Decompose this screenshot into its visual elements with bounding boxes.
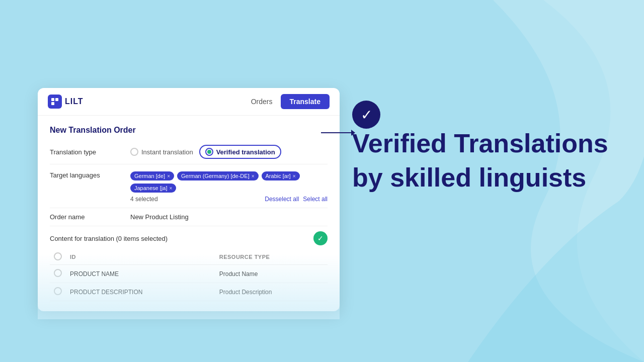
col-resource-header: RESOURCE TYPE — [215, 249, 328, 265]
right-panel: ✓ Verified Translations by skilled lingu… — [352, 101, 624, 193]
order-name-input[interactable] — [130, 213, 328, 221]
orders-link[interactable]: Orders — [251, 98, 273, 106]
logo-text: LILT — [65, 97, 84, 106]
translation-type-label: Translation type — [50, 148, 130, 156]
row2-resource-type: Product Description — [215, 283, 328, 301]
main-content: New Translation Order Translation type I… — [38, 116, 340, 311]
order-name-label: Order name — [50, 213, 130, 221]
logo-icon — [48, 95, 62, 109]
translation-order-panel: LILT Orders Translate New Translation Or… — [38, 88, 340, 311]
content-section: Content for translation (0 items selecte… — [50, 231, 328, 301]
svg-rect-1 — [55, 98, 58, 101]
lang-count: 4 selected — [130, 196, 158, 203]
svg-rect-2 — [51, 102, 54, 105]
remove-de-icon[interactable]: × — [167, 173, 170, 179]
svg-rect-0 — [51, 98, 54, 101]
translation-type-row: Translation type Instant translation Ver… — [50, 145, 328, 164]
deselect-all-link[interactable]: Desselect all — [265, 196, 299, 203]
instant-radio[interactable] — [130, 148, 138, 156]
row2-checkbox[interactable] — [54, 287, 62, 295]
heading-line1: Verified Translations — [352, 129, 608, 159]
remove-de-de-icon[interactable]: × — [252, 173, 255, 179]
order-name-row: Order name — [50, 213, 328, 226]
content-header: Content for translation (0 items selecte… — [50, 231, 328, 245]
target-languages-row: Target languages German [de] × German (G… — [50, 169, 328, 208]
content-title: Content for translation (0 items selecte… — [50, 235, 168, 242]
confirm-check-icon[interactable]: ✓ — [313, 231, 328, 245]
row2-checkbox-cell — [50, 283, 66, 301]
page-title: New Translation Order — [50, 126, 328, 135]
arrow-connector — [321, 130, 355, 136]
verified-translation-label: Verified translation — [216, 148, 275, 156]
verified-translation-option[interactable]: Verified translation — [199, 145, 281, 159]
instant-translation-label: Instant translation — [141, 148, 193, 156]
verified-check-icon: ✓ — [352, 101, 380, 129]
col-checkbox-header — [50, 249, 66, 265]
row2-id: PRODUCT DESCRIPTION — [66, 283, 215, 301]
row1-checkbox[interactable] — [54, 269, 62, 277]
content-table: ID RESOURCE TYPE PRODUCT NAME Product Na… — [50, 249, 328, 301]
row1-id: PRODUCT NAME — [66, 265, 215, 283]
table-row: PRODUCT DESCRIPTION Product Description — [50, 283, 328, 301]
table-body: PRODUCT NAME Product Name PRODUCT DESCRI… — [50, 265, 328, 301]
tag-ar[interactable]: Arabic [ar] × — [262, 171, 300, 180]
heading-container: ✓ Verified Translations — [352, 101, 624, 159]
verified-radio[interactable] — [205, 148, 213, 156]
tag-ja[interactable]: Japanese [ja] × — [130, 184, 176, 193]
lang-actions: Desselect all Select all — [265, 196, 328, 203]
table-header-row: ID RESOURCE TYPE — [50, 249, 328, 265]
app-header: LILT Orders Translate — [38, 88, 340, 116]
select-all-link[interactable]: Select all — [303, 196, 328, 203]
heading-line2: by skilled linguists — [352, 163, 624, 193]
translate-button[interactable]: Translate — [281, 94, 330, 109]
remove-ja-icon[interactable]: × — [169, 186, 172, 191]
lang-count-row: 4 selected Desselect all Select all — [130, 196, 328, 203]
header-checkbox[interactable] — [54, 252, 62, 260]
remove-ar-icon[interactable]: × — [293, 173, 296, 179]
tag-de[interactable]: German [de] × — [130, 171, 174, 180]
logo: LILT — [48, 95, 84, 109]
row1-checkbox-cell — [50, 265, 66, 283]
row1-resource-type: Product Name — [215, 265, 328, 283]
tag-de-de[interactable]: German (Germany) [de-DE] × — [177, 171, 259, 180]
header-nav: Orders Translate — [251, 94, 330, 109]
translation-type-options: Instant translation Verified translation — [130, 145, 281, 159]
table-row: PRODUCT NAME Product Name — [50, 265, 328, 283]
languages-container: German [de] × German (Germany) [de-DE] ×… — [130, 171, 328, 203]
language-tags: German [de] × German (Germany) [de-DE] ×… — [130, 171, 328, 193]
col-id-header: ID — [66, 249, 215, 265]
target-languages-label: Target languages — [50, 171, 130, 179]
arrow-line — [321, 132, 351, 133]
instant-translation-option[interactable]: Instant translation — [130, 148, 193, 156]
